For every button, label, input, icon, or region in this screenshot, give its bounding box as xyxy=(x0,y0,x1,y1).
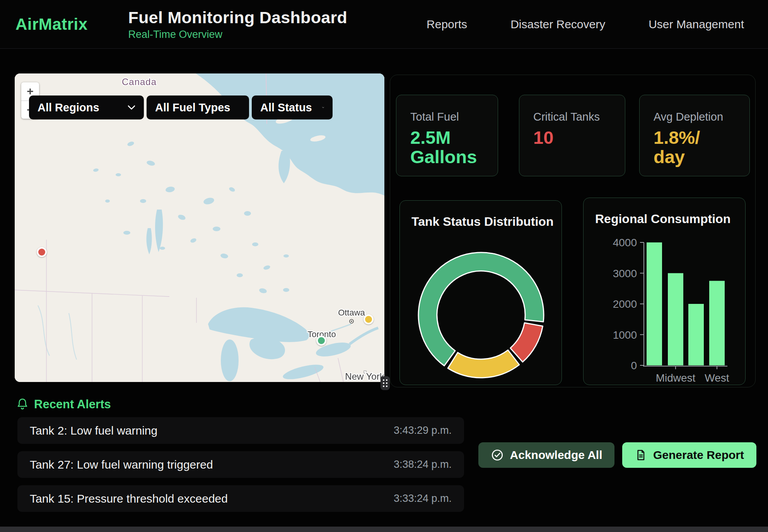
bar-chart-xtick: Midwest xyxy=(656,372,696,384)
check-circle-icon xyxy=(491,448,504,462)
region-filter-value: All Regions xyxy=(38,101,99,114)
map-canvas: Canada Ottawa Toronto New York xyxy=(15,73,384,382)
alerts-header: Recent Alerts xyxy=(16,397,111,411)
header: AirMatrix Fuel Monitoring Dashboard Real… xyxy=(0,0,768,49)
acknowledge-all-label: Acknowledge All xyxy=(510,448,602,462)
map-marker-critical[interactable] xyxy=(37,247,47,257)
alert-row[interactable]: Tank 2: Low fuel warning 3:43:29 p.m. xyxy=(17,417,464,444)
map-marker-warning[interactable] xyxy=(364,314,374,324)
bar-chart-ytick: 2000 xyxy=(613,298,637,310)
regional-consumption-bar-chart: 01000200030004000MidwestWest xyxy=(584,198,745,385)
chevron-down-icon xyxy=(128,105,135,110)
region-filter-dropdown[interactable]: All Regions xyxy=(29,95,144,119)
bell-icon xyxy=(16,398,29,411)
map-label-country: Canada xyxy=(122,77,157,87)
bar-chart-ytick: 3000 xyxy=(613,268,637,280)
stat-card-avg-depletion: Avg Depletion 1.8%/ day xyxy=(639,95,750,176)
title-block: Fuel Monitoring Dashboard Real-Time Over… xyxy=(128,8,347,41)
alert-text: Tank 15: Pressure threshold exceeded xyxy=(30,492,228,505)
report-document-icon xyxy=(635,448,647,462)
map-resize-handle[interactable] xyxy=(381,376,390,390)
page-subtitle: Real-Time Overview xyxy=(128,29,347,41)
map-label-ottawa: Ottawa xyxy=(338,308,365,317)
stat-value: 1.8%/ xyxy=(654,128,749,147)
alert-time: 3:33:24 p.m. xyxy=(394,493,452,505)
app-logo: AirMatrix xyxy=(15,15,88,34)
alert-row[interactable]: Tank 15: Pressure threshold exceeded 3:3… xyxy=(17,485,464,512)
bar-4 xyxy=(709,281,725,365)
bar-2 xyxy=(668,273,683,366)
page-title: Fuel Monitoring Dashboard xyxy=(128,8,347,27)
overview-panel: Total Fuel 2.5M Gallons Critical Tanks 1… xyxy=(390,75,756,387)
map-panel[interactable]: Canada Ottawa Toronto New York + − All R… xyxy=(15,73,384,382)
stat-label: Total Fuel xyxy=(410,111,498,123)
stat-label: Critical Tanks xyxy=(533,111,625,123)
map-label-new-york: New York xyxy=(345,371,384,382)
stat-card-total-fuel: Total Fuel 2.5M Gallons xyxy=(396,95,498,176)
alert-time: 3:43:29 p.m. xyxy=(394,425,452,437)
donut-segment-critical xyxy=(510,323,543,362)
chevron-down-icon xyxy=(240,105,241,110)
alert-text: Tank 27: Low fuel warning triggered xyxy=(30,458,213,471)
acknowledge-all-button[interactable]: Acknowledge All xyxy=(478,442,614,468)
status-filter-dropdown[interactable]: All Status xyxy=(252,95,333,119)
stat-value: Gallons xyxy=(410,147,498,167)
generate-report-label: Generate Report xyxy=(653,448,744,462)
donut-segment-warning xyxy=(448,350,519,378)
bar-chart-ytick: 1000 xyxy=(613,329,637,341)
donut-chart-card: Tank Status Distribution xyxy=(399,200,562,385)
bar-3 xyxy=(688,304,704,365)
stat-value: day xyxy=(654,147,749,167)
alerts-title: Recent Alerts xyxy=(34,397,111,411)
nav-reports[interactable]: Reports xyxy=(427,18,467,31)
alert-time: 3:38:24 p.m. xyxy=(394,459,452,471)
alert-row[interactable]: Tank 27: Low fuel warning triggered 3:38… xyxy=(17,451,464,478)
fuel-type-filter-value: All Fuel Types xyxy=(155,101,230,114)
generate-report-button[interactable]: Generate Report xyxy=(622,442,756,468)
map-filter-bar: All Regions All Fuel Types All Status xyxy=(29,95,333,119)
status-filter-value: All Status xyxy=(260,101,312,114)
dashboard-screen: AirMatrix Fuel Monitoring Dashboard Real… xyxy=(0,0,768,532)
bar-chart-ytick: 0 xyxy=(631,360,637,372)
fuel-type-filter-dropdown[interactable]: All Fuel Types xyxy=(147,95,249,119)
alert-text: Tank 2: Low fuel warning xyxy=(30,424,157,437)
nav-user-management[interactable]: User Management xyxy=(649,18,744,31)
stat-card-critical-tanks: Critical Tanks 10 xyxy=(519,95,625,176)
main-nav: Reports Disaster Recovery User Managemen… xyxy=(427,18,744,31)
stat-label: Avg Depletion xyxy=(654,111,749,123)
stat-value: 2.5M xyxy=(410,128,498,147)
chevron-down-icon xyxy=(322,105,324,110)
bar-1 xyxy=(647,242,662,365)
bar-chart-xtick: West xyxy=(705,372,729,384)
map-marker-normal[interactable] xyxy=(316,336,326,346)
window-frame-strip xyxy=(0,527,768,532)
tank-status-donut-chart xyxy=(400,201,561,385)
bar-chart-card: Regional Consumption 01000200030004000Mi… xyxy=(583,198,746,385)
bar-chart-ytick: 4000 xyxy=(613,237,637,249)
stat-value: 10 xyxy=(533,128,625,147)
nav-disaster-recovery[interactable]: Disaster Recovery xyxy=(510,18,605,31)
